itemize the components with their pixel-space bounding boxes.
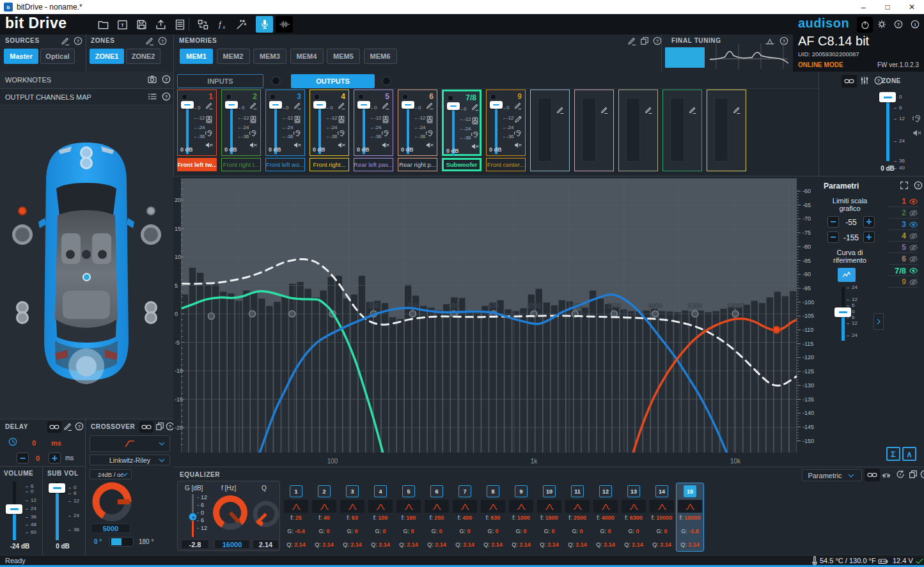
limit-top-minus-button[interactable]: − [827,216,839,228]
rear-left-speaker[interactable] [15,301,29,325]
channel-edit-icon[interactable] [471,102,480,111]
channel-listen-icon[interactable] [513,129,522,138]
channel-mute-icon[interactable] [205,141,214,150]
eq-band-12-bell-icon[interactable] [593,500,618,513]
reference-level-fader-handle[interactable] [834,307,851,317]
crossover-shape-dropdown[interactable] [90,435,170,452]
channel-listen-icon[interactable] [425,129,434,138]
zones-help-icon[interactable]: ? [157,36,168,46]
channel-mute-icon[interactable] [249,141,258,150]
eq-band-7-f[interactable]: f: 400 [451,515,479,521]
eq-band-5-g[interactable]: G: 0 [395,528,423,534]
channel-speaker-icon[interactable] [205,115,214,124]
channel-fader-handle[interactable] [447,102,460,110]
waveform-icon[interactable] [276,16,293,33]
memory-button-mem4[interactable]: MEM4 [290,49,324,64]
eq-mode-dropdown[interactable]: Parametric [802,469,862,481]
empty-channel-strip-5[interactable] [707,89,746,171]
delay-clock-icon[interactable] [8,437,18,447]
channel-label-9[interactable]: Front center... [486,158,526,171]
front-right-woofer[interactable] [141,224,161,245]
channel-label-2[interactable]: Front right t... [221,158,261,171]
channel-speaker-icon[interactable] [249,115,258,124]
eq-band-8-g[interactable]: G: 0 [479,528,507,534]
eq-band-15-button[interactable]: 15 [684,485,696,497]
power-icon[interactable] [857,17,873,33]
zones-edit-icon[interactable] [145,36,155,46]
sum-curve-button[interactable]: Σ [886,447,900,461]
channel-label-7-8[interactable]: Subwoofer [442,158,482,171]
eq-frequency-knob[interactable] [210,490,250,540]
eq-band-6-button[interactable]: 6 [430,485,443,497]
channel-pen-icon[interactable] [513,115,522,124]
eye-off-icon[interactable] [909,243,918,252]
car-map[interactable] [0,105,173,419]
channel-edit-icon[interactable] [205,101,214,110]
channel-led[interactable] [225,93,232,100]
channel-strip-2[interactable]: 20-12-24-360 dB [221,89,261,156]
front-left-woofer[interactable] [12,224,33,245]
final-tuning-button[interactable] [665,47,705,68]
eq-band-10-button[interactable]: 10 [543,485,556,497]
channel-listen-icon[interactable] [205,129,214,138]
eq-band-12-button[interactable]: 12 [599,485,612,497]
empty-strip-edit-icon[interactable] [732,105,741,114]
eq-band-9-f[interactable]: f: 1000 [507,515,535,521]
zone-mute-icon[interactable] [912,128,922,138]
eq-band-2-q[interactable]: Q: 2.14 [310,541,338,548]
empty-channel-strip-4[interactable] [662,89,702,171]
eq-reset-icon[interactable] [895,469,905,479]
channel-led[interactable] [313,93,320,100]
upload-icon[interactable] [152,16,169,33]
help-icon[interactable]: ? [893,19,904,29]
frequency-response-graph[interactable]: 20151050-5-10-15-20-60-65-70-75-80-85-90… [173,176,818,467]
eq-band-1-f[interactable]: f: 25 [282,515,310,521]
eq-q-knob[interactable] [251,493,281,540]
crossover-link-icon[interactable] [139,421,153,433]
eq-band-14-button[interactable]: 14 [655,485,668,497]
zone-button-zone2[interactable]: ZONE2 [126,49,161,64]
memory-button-mem3[interactable]: MEM3 [253,49,286,64]
channel-edit-icon[interactable] [381,101,390,110]
empty-strip-edit-icon[interactable] [556,105,565,114]
eye-off-icon[interactable] [909,277,918,287]
channel-edit-icon[interactable] [249,101,258,110]
eq-band-3-f[interactable]: f: 63 [338,515,366,521]
eye-off-icon[interactable] [909,254,918,264]
eq-band-3-q[interactable]: Q: 2.14 [338,541,366,548]
channel-speaker-icon[interactable] [425,115,434,124]
channel-mute-icon[interactable] [513,141,522,150]
channel-fader-handle[interactable] [181,101,194,109]
channel-strip-1[interactable]: 10-12-24-360 dB [177,89,217,156]
eq-band-13-q[interactable]: Q: 2.14 [620,541,648,548]
graph-svg[interactable]: 20151050-5-10-15-20-60-65-70-75-80-85-90… [173,176,818,467]
eq-band-4-q[interactable]: Q: 2.14 [366,541,395,548]
source-button-optical[interactable]: Optical [40,49,75,64]
eq-band-6-f[interactable]: f: 250 [423,515,451,521]
eq-band-1-bell-icon[interactable] [284,500,308,513]
channel-listen-icon[interactable] [381,129,390,138]
eq-band-3-button[interactable]: 3 [346,485,359,497]
eq-band-14-q[interactable]: Q: 2.14 [648,541,676,548]
channel-listen-icon[interactable] [337,129,346,138]
eq-band-10-q[interactable]: Q: 2.14 [535,541,563,548]
eq-band-10-f[interactable]: f: 1600 [535,515,563,521]
tab-outputs[interactable]: OUTPUTS [291,74,375,88]
rear-right-speaker[interactable] [144,301,158,325]
channel-speaker-icon[interactable] [471,116,480,125]
front-left-tweeter[interactable] [18,206,27,215]
eq-band-9-button[interactable]: 9 [515,485,528,497]
camera-icon[interactable] [147,74,157,84]
channel-listen-icon[interactable] [249,129,258,138]
eq-band-8-f[interactable]: f: 630 [479,515,507,521]
channel-listen-icon[interactable] [471,130,480,139]
inputs-led[interactable] [271,76,281,86]
document-icon[interactable] [171,16,188,33]
eq-band-13-g[interactable]: G: 0 [620,528,648,534]
memory-button-mem5[interactable]: MEM5 [327,49,360,64]
channel-fader-handle[interactable] [402,101,414,109]
channel-strip-6[interactable]: 60-12-24-360 dB [398,89,437,156]
eq-band-7-g[interactable]: G: 0 [451,528,479,534]
eq-band-14-f[interactable]: f: 10000 [648,515,676,521]
channel-label-6[interactable]: Rear right p... [398,158,437,171]
